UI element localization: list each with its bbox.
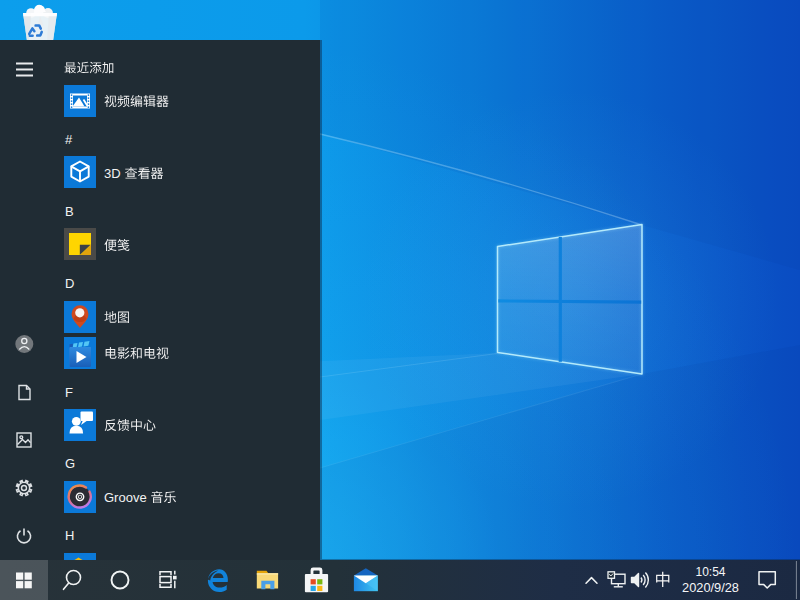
svg-text:3D: 3D xyxy=(104,166,121,181)
svg-text:2020/9/28: 2020/9/28 xyxy=(682,580,739,595)
svg-text:H: H xyxy=(65,528,74,543)
svg-text:G: G xyxy=(65,456,75,471)
svg-text:B: B xyxy=(65,204,74,219)
svg-text:Groove: Groove xyxy=(104,490,147,505)
svg-text:D: D xyxy=(65,276,74,291)
svg-text:#: # xyxy=(65,132,73,147)
svg-text:10:54: 10:54 xyxy=(695,565,725,579)
svg-text:F: F xyxy=(65,385,73,400)
